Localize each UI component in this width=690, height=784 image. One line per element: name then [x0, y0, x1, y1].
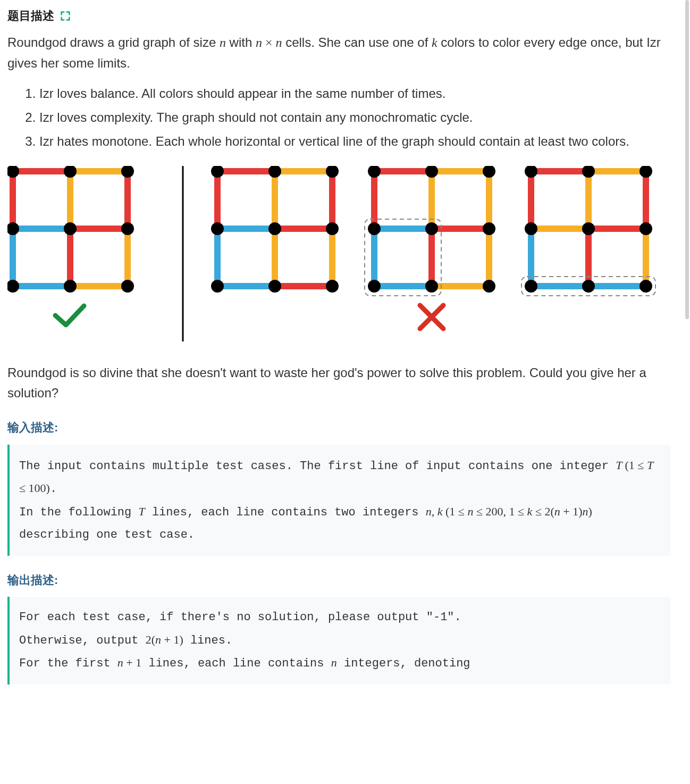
text: . — [50, 482, 57, 496]
svg-point-20 — [121, 280, 134, 293]
svg-point-78 — [639, 166, 652, 178]
text: cells. She can use one of — [282, 35, 432, 49]
math-nxn: n × n — [256, 36, 282, 49]
text: with — [226, 35, 256, 49]
svg-point-37 — [268, 222, 281, 235]
svg-point-62 — [483, 280, 495, 293]
svg-point-60 — [368, 280, 381, 293]
svg-point-33 — [211, 166, 224, 178]
svg-point-12 — [7, 166, 19, 178]
svg-point-35 — [326, 166, 339, 178]
math-2n1: 2(n + 1) — [146, 633, 183, 646]
svg-point-55 — [425, 166, 438, 178]
text: Otherwise, output — [19, 634, 146, 647]
grid-graphs-svg — [7, 166, 667, 347]
svg-point-19 — [64, 280, 77, 293]
text: lines, each line contains two integers — [145, 506, 426, 519]
svg-point-83 — [582, 280, 595, 293]
svg-point-18 — [7, 280, 19, 293]
svg-point-16 — [64, 222, 77, 235]
rule-item: Izr loves complexity. The graph should n… — [39, 106, 671, 129]
rules-list: Izr loves balance. All colors should app… — [7, 82, 671, 153]
svg-point-61 — [425, 280, 438, 293]
section-title-text: 题目描述 — [7, 6, 54, 25]
svg-point-14 — [121, 166, 134, 178]
math-n2: n — [331, 656, 337, 669]
svg-point-36 — [211, 222, 224, 235]
math-n1: n + 1 — [117, 656, 141, 669]
svg-point-38 — [326, 222, 339, 235]
math-n: n — [220, 36, 226, 49]
svg-point-76 — [525, 166, 537, 178]
svg-point-39 — [211, 280, 224, 293]
output-header: 输出描述: — [7, 571, 671, 589]
svg-point-84 — [639, 280, 652, 293]
svg-point-58 — [425, 222, 438, 235]
svg-point-59 — [483, 222, 495, 235]
math-k: k — [432, 36, 437, 49]
svg-point-40 — [268, 280, 281, 293]
svg-point-57 — [368, 222, 381, 235]
rule-item: Izr loves balance. All colors should app… — [39, 82, 671, 105]
svg-point-54 — [368, 166, 381, 178]
input-header: 输入描述: — [7, 418, 671, 437]
expand-icon[interactable] — [60, 10, 71, 22]
svg-point-17 — [121, 222, 134, 235]
intro-paragraph: Roundgod draws a grid graph of size n wi… — [7, 32, 671, 73]
code-line: In the following T lines, each line cont… — [19, 501, 661, 546]
svg-point-81 — [639, 222, 652, 235]
text: Roundgod draws a grid graph of size — [7, 35, 220, 49]
text: For the first — [19, 657, 117, 670]
svg-point-13 — [64, 166, 77, 178]
outro-paragraph: Roundgod is so divine that she doesn't w… — [7, 363, 671, 404]
section-title: 题目描述 — [7, 6, 671, 25]
svg-point-15 — [7, 222, 19, 235]
diagram-figure — [7, 166, 671, 347]
svg-point-80 — [582, 222, 595, 235]
text: The input contains multiple test cases. … — [19, 460, 616, 473]
code-line: For each test case, if there's no soluti… — [19, 606, 661, 629]
math-nk: n, k (1 ≤ n ≤ 200, 1 ≤ k ≤ 2(n + 1)n) — [426, 505, 592, 518]
svg-point-41 — [326, 280, 339, 293]
text: describing one test case. — [19, 528, 195, 541]
code-line: Otherwise, output 2(n + 1) lines. — [19, 629, 661, 652]
rule-item: Izr hates monotone. Each whole horizonta… — [39, 130, 671, 153]
svg-point-77 — [582, 166, 595, 178]
input-description: The input contains multiple test cases. … — [7, 445, 671, 556]
text: lines. — [183, 634, 232, 647]
svg-point-79 — [525, 222, 537, 235]
code-line: The input contains multiple test cases. … — [19, 454, 661, 501]
text: lines, each line contains — [141, 657, 331, 670]
text: integers, denoting — [337, 657, 470, 670]
svg-point-34 — [268, 166, 281, 178]
scrollbar[interactable] — [685, 0, 689, 319]
math-T2: T — [138, 505, 145, 518]
code-line: For the first n + 1 lines, each line con… — [19, 652, 661, 675]
svg-point-82 — [525, 280, 537, 293]
text: In the following — [19, 506, 138, 519]
svg-point-56 — [483, 166, 495, 178]
output-description: For each test case, if there's no soluti… — [7, 597, 671, 685]
